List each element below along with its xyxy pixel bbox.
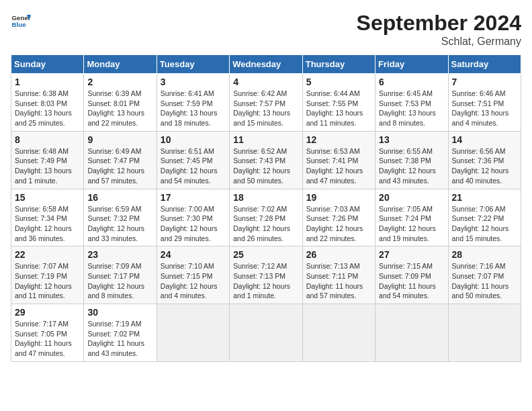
calendar-cell: 4Sunrise: 6:42 AMSunset: 7:57 PMDaylight… [230, 74, 302, 132]
calendar-week-4: 22Sunrise: 7:07 AMSunset: 7:19 PMDayligh… [11, 246, 521, 304]
day-detail: Sunrise: 7:15 AMSunset: 7:09 PMDaylight:… [379, 261, 444, 301]
day-detail: Sunrise: 6:44 AMSunset: 7:55 PMDaylight:… [306, 89, 371, 128]
day-detail: Sunrise: 6:41 AMSunset: 7:59 PMDaylight:… [161, 89, 226, 128]
title-block: September 2024 Schlat, Germany [357, 11, 521, 48]
day-number: 9 [87, 134, 152, 145]
calendar-cell: 24Sunrise: 7:10 AMSunset: 7:15 PMDayligh… [157, 246, 229, 304]
day-number: 2 [87, 77, 152, 87]
day-detail: Sunrise: 6:49 AMSunset: 7:47 PMDaylight:… [87, 146, 152, 186]
day-detail: Sunrise: 6:48 AMSunset: 7:49 PMDaylight:… [15, 146, 80, 186]
day-detail: Sunrise: 6:53 AMSunset: 7:41 PMDaylight:… [306, 146, 371, 186]
day-detail: Sunrise: 7:06 AMSunset: 7:22 PMDaylight:… [452, 204, 517, 244]
day-detail: Sunrise: 7:16 AMSunset: 7:07 PMDaylight:… [452, 261, 517, 301]
day-detail: Sunrise: 6:59 AMSunset: 7:32 PMDaylight:… [87, 204, 152, 244]
day-number: 14 [452, 134, 517, 145]
logo-icon: General Blue [11, 11, 31, 31]
page-title: September 2024 [357, 11, 521, 36]
col-tuesday: Tuesday [157, 55, 229, 74]
day-detail: Sunrise: 6:56 AMSunset: 7:36 PMDaylight:… [452, 146, 517, 186]
calendar-cell: 19Sunrise: 7:03 AMSunset: 7:26 PMDayligh… [302, 189, 375, 246]
calendar-cell [157, 304, 229, 362]
calendar-cell: 30Sunrise: 7:19 AMSunset: 7:02 PMDayligh… [84, 304, 157, 362]
day-number: 23 [87, 249, 152, 260]
day-detail: Sunrise: 7:00 AMSunset: 7:30 PMDaylight:… [161, 204, 226, 244]
calendar-cell [375, 304, 448, 362]
day-number: 22 [15, 249, 80, 260]
calendar-week-5: 29Sunrise: 7:17 AMSunset: 7:05 PMDayligh… [11, 304, 521, 362]
day-detail: Sunrise: 7:09 AMSunset: 7:17 PMDaylight:… [87, 261, 152, 301]
calendar-cell: 2Sunrise: 6:39 AMSunset: 8:01 PMDaylight… [84, 74, 157, 132]
day-number: 1 [15, 77, 80, 87]
col-sunday: Sunday [11, 55, 84, 74]
calendar-cell: 23Sunrise: 7:09 AMSunset: 7:17 PMDayligh… [84, 246, 157, 304]
calendar-cell: 17Sunrise: 7:00 AMSunset: 7:30 PMDayligh… [157, 189, 229, 246]
col-friday: Friday [375, 55, 448, 74]
day-number: 8 [15, 134, 80, 145]
day-detail: Sunrise: 7:02 AMSunset: 7:28 PMDaylight:… [233, 204, 298, 244]
calendar-week-2: 8Sunrise: 6:48 AMSunset: 7:49 PMDaylight… [11, 131, 521, 189]
day-number: 4 [233, 77, 298, 87]
calendar-cell: 16Sunrise: 6:59 AMSunset: 7:32 PMDayligh… [84, 189, 157, 246]
day-detail: Sunrise: 6:51 AMSunset: 7:45 PMDaylight:… [161, 146, 226, 186]
calendar-cell: 22Sunrise: 7:07 AMSunset: 7:19 PMDayligh… [11, 246, 84, 304]
page-header: General Blue September 2024 Schlat, Germ… [11, 11, 521, 48]
calendar-week-1: 1Sunrise: 6:38 AMSunset: 8:03 PMDaylight… [11, 74, 521, 132]
day-number: 27 [379, 249, 444, 260]
day-detail: Sunrise: 7:03 AMSunset: 7:26 PMDaylight:… [306, 204, 371, 244]
calendar-cell: 26Sunrise: 7:13 AMSunset: 7:11 PMDayligh… [302, 246, 375, 304]
day-detail: Sunrise: 6:46 AMSunset: 7:51 PMDaylight:… [452, 89, 517, 128]
day-detail: Sunrise: 6:45 AMSunset: 7:53 PMDaylight:… [379, 89, 444, 128]
day-number: 5 [306, 77, 371, 87]
day-number: 15 [15, 192, 80, 203]
day-number: 28 [452, 249, 517, 260]
calendar-cell: 8Sunrise: 6:48 AMSunset: 7:49 PMDaylight… [11, 131, 84, 189]
calendar-cell: 28Sunrise: 7:16 AMSunset: 7:07 PMDayligh… [448, 246, 521, 304]
calendar-cell [230, 304, 302, 362]
page-subtitle: Schlat, Germany [357, 36, 521, 48]
calendar-cell [448, 304, 521, 362]
day-number: 25 [233, 249, 298, 260]
col-wednesday: Wednesday [230, 55, 302, 74]
calendar-cell: 21Sunrise: 7:06 AMSunset: 7:22 PMDayligh… [448, 189, 521, 246]
day-number: 12 [306, 134, 371, 145]
calendar-cell: 20Sunrise: 7:05 AMSunset: 7:24 PMDayligh… [375, 189, 448, 246]
day-number: 7 [452, 77, 517, 87]
day-detail: Sunrise: 7:17 AMSunset: 7:05 PMDaylight:… [15, 319, 80, 359]
calendar-cell: 11Sunrise: 6:52 AMSunset: 7:43 PMDayligh… [230, 131, 302, 189]
day-detail: Sunrise: 6:39 AMSunset: 8:01 PMDaylight:… [87, 89, 152, 128]
calendar-cell: 25Sunrise: 7:12 AMSunset: 7:13 PMDayligh… [230, 246, 302, 304]
day-detail: Sunrise: 6:58 AMSunset: 7:34 PMDaylight:… [15, 204, 80, 244]
day-detail: Sunrise: 7:10 AMSunset: 7:15 PMDaylight:… [161, 261, 226, 301]
calendar-cell: 29Sunrise: 7:17 AMSunset: 7:05 PMDayligh… [11, 304, 84, 362]
day-number: 3 [161, 77, 226, 87]
calendar-cell: 1Sunrise: 6:38 AMSunset: 8:03 PMDaylight… [11, 74, 84, 132]
col-saturday: Saturday [448, 55, 521, 74]
day-detail: Sunrise: 7:07 AMSunset: 7:19 PMDaylight:… [15, 261, 80, 301]
calendar-cell: 5Sunrise: 6:44 AMSunset: 7:55 PMDaylight… [302, 74, 375, 132]
day-number: 16 [87, 192, 152, 203]
calendar-week-3: 15Sunrise: 6:58 AMSunset: 7:34 PMDayligh… [11, 189, 521, 246]
day-detail: Sunrise: 6:42 AMSunset: 7:57 PMDaylight:… [233, 89, 298, 128]
day-number: 10 [161, 134, 226, 145]
day-number: 26 [306, 249, 371, 260]
calendar-table: Sunday Monday Tuesday Wednesday Thursday… [11, 54, 521, 362]
col-thursday: Thursday [302, 55, 375, 74]
calendar-cell: 6Sunrise: 6:45 AMSunset: 7:53 PMDaylight… [375, 74, 448, 132]
calendar-cell: 10Sunrise: 6:51 AMSunset: 7:45 PMDayligh… [157, 131, 229, 189]
calendar-cell: 3Sunrise: 6:41 AMSunset: 7:59 PMDaylight… [157, 74, 229, 132]
col-monday: Monday [84, 55, 157, 74]
day-detail: Sunrise: 7:12 AMSunset: 7:13 PMDaylight:… [233, 261, 298, 301]
day-number: 29 [15, 307, 80, 318]
calendar-cell: 27Sunrise: 7:15 AMSunset: 7:09 PMDayligh… [375, 246, 448, 304]
header-row: Sunday Monday Tuesday Wednesday Thursday… [11, 55, 521, 74]
day-number: 19 [306, 192, 371, 203]
day-number: 11 [233, 134, 298, 145]
day-detail: Sunrise: 7:19 AMSunset: 7:02 PMDaylight:… [87, 319, 152, 359]
day-detail: Sunrise: 7:13 AMSunset: 7:11 PMDaylight:… [306, 261, 371, 301]
calendar-cell: 15Sunrise: 6:58 AMSunset: 7:34 PMDayligh… [11, 189, 84, 246]
day-detail: Sunrise: 6:38 AMSunset: 8:03 PMDaylight:… [15, 89, 80, 128]
calendar-cell: 18Sunrise: 7:02 AMSunset: 7:28 PMDayligh… [230, 189, 302, 246]
day-number: 24 [161, 249, 226, 260]
day-number: 6 [379, 77, 444, 87]
day-detail: Sunrise: 7:05 AMSunset: 7:24 PMDaylight:… [379, 204, 444, 244]
